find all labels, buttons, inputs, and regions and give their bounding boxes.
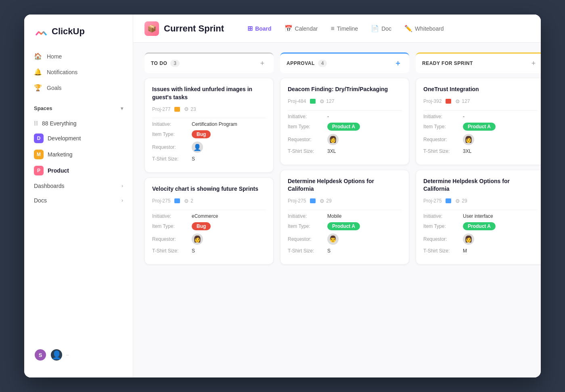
space-item-development[interactable]: D Development (34, 130, 123, 146)
flag-blue-icon-3 (446, 198, 451, 203)
doc-icon: 📄 (371, 25, 379, 32)
tab-calendar[interactable]: 📅 Calendar (279, 21, 324, 35)
space-item-everything[interactable]: ⁞⁞ 88 Everything (34, 116, 123, 130)
card-6-meta: Proj-275 ⚙ 29 (423, 198, 537, 204)
card-6-itemtype: Item Type: Product A (423, 222, 537, 230)
product-dot: P (34, 166, 44, 175)
card-1-requestor: Requestor: 👤 (152, 142, 266, 153)
space-item-product[interactable]: P Product (34, 163, 123, 179)
dashboards-label: Dashboards (34, 183, 65, 189)
sidebar: ClickUp 🏠 Home 🔔 Notifications 🏆 Goals S… (24, 15, 133, 377)
sprint-icon: 📦 (144, 21, 159, 36)
timeline-icon: ≡ (331, 25, 334, 32)
card-2-meta: Proj-275 ⚙ 2 (152, 198, 266, 204)
ready-title-area: READY FOR SPRINT (422, 60, 473, 66)
flag-green-icon (310, 99, 316, 104)
card-5-points: ⚙ 127 (455, 98, 470, 104)
app-container: ClickUp 🏠 Home 🔔 Notifications 🏆 Goals S… (24, 15, 541, 377)
nav-goals[interactable]: 🏆 Goals (24, 80, 133, 96)
column-header-ready: READY FOR SPRINT + (416, 52, 541, 73)
board-icon: ⊞ (247, 25, 253, 32)
card-6-requestor: Requestor: 👩 (423, 234, 537, 245)
divider (152, 118, 266, 118)
card-2-points: ⚙ 2 (184, 198, 193, 204)
card-6-id: Proj-275 (423, 198, 442, 204)
card-4-meta: Proj-275 ⚙ 29 (288, 198, 402, 204)
card-ready-2: Determine Helpdesk Options for Californi… (416, 170, 541, 265)
approval-count: 4 (318, 60, 327, 67)
divider (288, 110, 402, 111)
user-avatar-1[interactable]: S (34, 348, 47, 361)
card-5-id: Proj-392 (423, 98, 442, 104)
card-4-requestor-avatar: 👨 (327, 234, 339, 245)
tab-whiteboard[interactable]: ✏️ Whiteboard (399, 21, 450, 35)
column-ready: READY FOR SPRINT + OneTrust Integration … (416, 52, 541, 368)
todo-add-button[interactable]: + (257, 58, 267, 68)
dashboards-chevron: › (121, 183, 123, 189)
card-3-itemtype: Item Type: Product A (288, 123, 402, 131)
tab-timeline[interactable]: ≡ Timeline (325, 22, 364, 35)
column-header-todo: TO DO 3 + (144, 52, 274, 73)
home-icon: 🏠 (34, 52, 42, 60)
docs-label: Docs (34, 197, 47, 204)
card-5-initiative: Initiative: - (423, 114, 537, 119)
card-2-requestor-avatar: 👩 (192, 234, 203, 245)
space-item-marketing[interactable]: M Marketing (34, 146, 123, 163)
space-product-label: Product (48, 167, 69, 174)
approval-add-button[interactable]: + (393, 58, 403, 68)
card-2-tshirt: T-Shirt Size: S (152, 248, 266, 254)
card-4-itemtype: Item Type: Product A (288, 222, 402, 230)
card-3-requestor-avatar: 👩 (327, 134, 339, 145)
flag-red-icon (446, 99, 451, 104)
sprint-title: Current Sprint (164, 23, 224, 34)
calendar-icon: 📅 (285, 25, 293, 32)
column-approval: APPROVAL 4 + Deacom Finding: Dry/Trim/Pa… (280, 52, 409, 368)
card-3-id: Proj-484 (288, 98, 306, 104)
card-6-tshirt: T-Shirt Size: M (423, 248, 537, 254)
card-4-initiative: Initiative: Mobile (288, 213, 402, 219)
user-avatar-2[interactable]: 👤 (50, 348, 63, 361)
card-1-title: Issues with linked unfurled images in gu… (152, 85, 266, 101)
logo-text: ClickUp (52, 26, 85, 37)
card-6-title: Determine Helpdesk Options for Californi… (423, 177, 537, 193)
dashboards-section[interactable]: Dashboards › (24, 179, 133, 193)
spaces-header[interactable]: Spaces ▾ (34, 102, 123, 115)
docs-section[interactable]: Docs › (24, 193, 133, 208)
user-menu-arrow: – (66, 352, 69, 358)
logo-area: ClickUp (24, 24, 133, 48)
card-3-badge: Product A (327, 123, 360, 131)
bell-icon: 🔔 (34, 68, 42, 76)
card-6-badge: Product A (463, 222, 496, 230)
card-2-itemtype: Item Type: Bug (152, 222, 266, 230)
space-everything-label: 88 Everything (42, 120, 77, 127)
card-5-itemtype: Item Type: Product A (423, 123, 537, 131)
card-1-requestor-avatar: 👤 (192, 142, 203, 153)
card-ready-1: OneTrust Integration Proj-392 ⚙ 127 Init… (416, 78, 541, 165)
card-4-id: Proj-275 (288, 198, 306, 204)
space-marketing-label: Marketing (48, 151, 72, 158)
ready-add-button[interactable]: + (529, 58, 538, 68)
space-development-label: Development (48, 135, 81, 142)
card-5-title: OneTrust Integration (423, 85, 537, 94)
board: TO DO 3 + Issues with linked unfurled im… (133, 43, 541, 377)
nav-goals-label: Goals (47, 85, 62, 91)
card-6-initiative: Initiative: User interface (423, 213, 537, 219)
nav-notifications[interactable]: 🔔 Notifications (24, 64, 133, 80)
development-dot: D (34, 133, 44, 143)
tab-board[interactable]: ⊞ Board (242, 21, 277, 35)
card-5-requestor: Requestor: 👩 (423, 134, 537, 145)
header-tabs: ⊞ Board 📅 Calendar ≡ Timeline 📄 Doc ✏️ (242, 21, 529, 35)
everything-icon: ⁞⁞ (34, 119, 38, 127)
flag-blue-icon-2 (310, 198, 316, 203)
nav-home[interactable]: 🏠 Home (24, 48, 133, 64)
todo-title-area: TO DO 3 (151, 60, 180, 67)
divider (152, 210, 266, 210)
goals-icon: 🏆 (34, 84, 42, 92)
spaces-list: ⁞⁞ 88 Everything D Development M Marketi… (34, 116, 123, 179)
tab-doc[interactable]: 📄 Doc (365, 21, 397, 35)
card-3-points: ⚙ 127 (320, 98, 334, 104)
card-3-requestor: Requestor: 👩 (288, 134, 402, 145)
ready-title: READY FOR SPRINT (422, 60, 473, 66)
card-6-requestor-avatar: 👩 (463, 234, 474, 245)
card-5-requestor-avatar: 👩 (463, 134, 474, 145)
